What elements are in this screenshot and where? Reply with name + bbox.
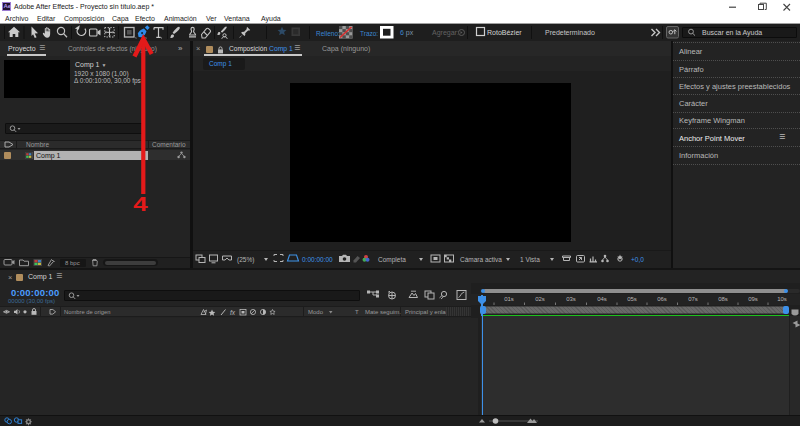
svg-text:02s: 02s xyxy=(535,296,545,302)
svg-text:04s: 04s xyxy=(597,296,607,302)
svg-text:03s: 03s xyxy=(566,296,576,302)
svg-text:fx: fx xyxy=(230,309,236,316)
svg-text:06s: 06s xyxy=(657,296,667,302)
svg-text:01s: 01s xyxy=(504,296,514,302)
svg-text:09s: 09s xyxy=(748,296,758,302)
svg-text:10s: 10s xyxy=(777,296,787,302)
svg-text:4: 4 xyxy=(133,193,148,215)
svg-text:08s: 08s xyxy=(718,296,728,302)
svg-text:07s: 07s xyxy=(688,296,698,302)
svg-text:05s: 05s xyxy=(627,296,637,302)
